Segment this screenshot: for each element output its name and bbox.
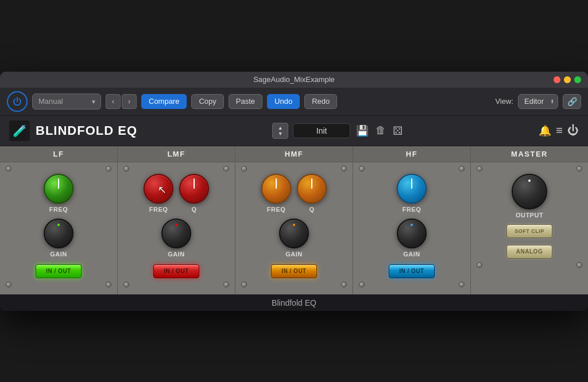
lmf-freq-q-group: ↖ FREQ Q: [144, 174, 209, 213]
master-output-knob[interactable]: [512, 174, 547, 209]
view-select-wrapper[interactable]: Editor ⬍: [518, 94, 558, 109]
hf-band: FREQ GAIN IN / OUT: [353, 162, 471, 294]
hmf-led-button[interactable]: IN / OUT: [271, 264, 317, 278]
screw-br: [577, 262, 582, 268]
forward-button[interactable]: ›: [122, 94, 137, 109]
plugin-power-button[interactable]: ⏻: [567, 124, 579, 137]
link-button[interactable]: 🔗: [563, 94, 581, 109]
hmf-gain-label: GAIN: [285, 251, 303, 258]
close-button[interactable]: [554, 76, 560, 83]
lf-inout-label: IN / OUT: [46, 268, 71, 274]
master-bottom-screws: [473, 262, 586, 270]
lmf-band: ↖ FREQ Q GAIN: [118, 162, 235, 294]
lmf-freq-knob[interactable]: ↖: [144, 174, 173, 204]
power-button[interactable]: [7, 91, 28, 112]
hmf-freq-knob[interactable]: [261, 174, 291, 204]
eq-body: LF LMF HMF HF MASTER FREQ: [0, 146, 588, 294]
lmf-led-wrap: IN / OUT: [153, 264, 199, 278]
soft-clip-button[interactable]: SOFT CLIP: [506, 224, 552, 238]
plugin-header: 🧪 BLINDFOLD EQ ▲ ▼ Init 💾 🗑 ⚄ 🔔 ≡ ⏻: [0, 116, 588, 146]
hmf-screws: [238, 166, 350, 174]
lmf-led-button[interactable]: IN / OUT: [153, 264, 199, 278]
bottom-bar: Blindfold EQ: [0, 294, 588, 311]
compare-button[interactable]: Compare: [141, 94, 187, 109]
redo-button[interactable]: Redo: [304, 94, 337, 109]
hmf-gain-knob-wrap: GAIN: [279, 219, 309, 258]
hf-led-button[interactable]: IN / OUT: [389, 264, 435, 278]
plugin-header-left: 🧪 BLINDFOLD EQ: [9, 120, 137, 141]
lmf-q-indicator: [194, 178, 195, 189]
main-window: SageAudio_MixExample Manual ▼ ‹ › C: [0, 72, 588, 311]
lmf-gain-knob[interactable]: [161, 219, 191, 248]
paste-button[interactable]: Paste: [229, 94, 262, 109]
hf-freq-knob[interactable]: [397, 174, 427, 204]
random-preset-button[interactable]: ⚄: [392, 123, 404, 139]
screw-tr: [459, 166, 465, 171]
plugin-header-center: ▲ ▼ Init 💾 🗑 ⚄: [144, 123, 532, 139]
lf-band: FREQ GAIN IN / OUT: [0, 162, 118, 294]
plugin-header-right: 🔔 ≡ ⏻: [539, 124, 579, 137]
hf-gain-knob-wrap: GAIN: [397, 219, 427, 258]
plugin-icon: 🧪: [9, 120, 30, 141]
lmf-screws: [120, 166, 233, 174]
screw-tl: [241, 166, 247, 171]
undo-button[interactable]: Undo: [267, 94, 300, 109]
bell-button[interactable]: 🔔: [539, 124, 551, 137]
lf-gain-knob-wrap: GAIN: [44, 219, 74, 258]
hf-led-wrap: IN / OUT: [389, 264, 435, 278]
hmf-bottom-screws: [238, 282, 350, 290]
minimize-button[interactable]: [564, 76, 571, 83]
lf-gain-dot: [57, 224, 60, 226]
hmf-header: HMF: [235, 146, 353, 162]
lmf-gain-label: GAIN: [168, 251, 185, 258]
down-arrow-icon: ▼: [278, 131, 283, 137]
preset-select[interactable]: Manual: [32, 93, 101, 110]
hf-freq-knob-wrap: FREQ: [397, 174, 427, 213]
screw-bl: [477, 262, 482, 268]
hf-gain-dot: [411, 224, 413, 226]
hmf-gain-knob[interactable]: [279, 219, 309, 248]
master-band: OUTPUT SOFT CLIP ANALOG: [471, 162, 588, 294]
lf-led-wrap: IN / OUT: [36, 264, 82, 278]
hf-gain-knob[interactable]: [397, 219, 427, 248]
lf-gain-knob[interactable]: [44, 219, 74, 248]
hf-inout-label: IN / OUT: [399, 268, 424, 274]
hmf-band: FREQ Q GAIN: [235, 162, 353, 294]
copy-button[interactable]: Copy: [191, 94, 223, 109]
lmf-gain-knob-wrap: GAIN: [161, 219, 191, 258]
screw-bl: [359, 282, 365, 287]
maximize-button[interactable]: [574, 76, 581, 83]
delete-preset-button[interactable]: 🗑: [374, 123, 387, 138]
screw-tl: [6, 166, 11, 171]
lf-screws: [2, 166, 115, 174]
flask-icon: 🧪: [13, 124, 27, 138]
menu-button[interactable]: ≡: [556, 124, 563, 137]
screw-tr: [223, 166, 229, 171]
band-headers: LF LMF HMF HF MASTER: [0, 146, 588, 162]
toolbar: Manual ▼ ‹ › Compare Copy Paste Undo Red…: [0, 88, 588, 116]
hmf-freq-label: FREQ: [267, 206, 286, 213]
master-output-indicator: [528, 180, 531, 182]
lf-led-button[interactable]: IN / OUT: [36, 264, 82, 278]
back-button[interactable]: ‹: [106, 94, 121, 109]
preset-spinner[interactable]: ▲ ▼: [272, 123, 288, 139]
screw-bl: [123, 282, 129, 287]
screw-br: [459, 282, 465, 287]
up-arrow-icon: ▲: [278, 125, 283, 131]
analog-label: ANALOG: [516, 248, 543, 255]
plugin-footer-label: Blindfold EQ: [272, 298, 316, 307]
hmf-q-knob[interactable]: [297, 174, 327, 204]
lmf-freq-label: FREQ: [149, 206, 168, 213]
preset-select-wrapper[interactable]: Manual ▼: [32, 93, 101, 110]
lmf-q-knob[interactable]: [179, 174, 209, 204]
lf-freq-knob[interactable]: [44, 174, 74, 204]
save-preset-button[interactable]: 💾: [355, 123, 370, 138]
window-title: SageAudio_MixExample: [253, 75, 335, 84]
lmf-q-knob-wrap: Q: [179, 174, 209, 213]
lmf-bottom-screws: [120, 282, 233, 290]
hf-bottom-screws: [355, 282, 468, 290]
lmf-inout-label: IN / OUT: [164, 268, 188, 274]
analog-button[interactable]: ANALOG: [506, 245, 552, 259]
view-label: View:: [495, 97, 513, 106]
view-select[interactable]: Editor: [518, 94, 558, 109]
